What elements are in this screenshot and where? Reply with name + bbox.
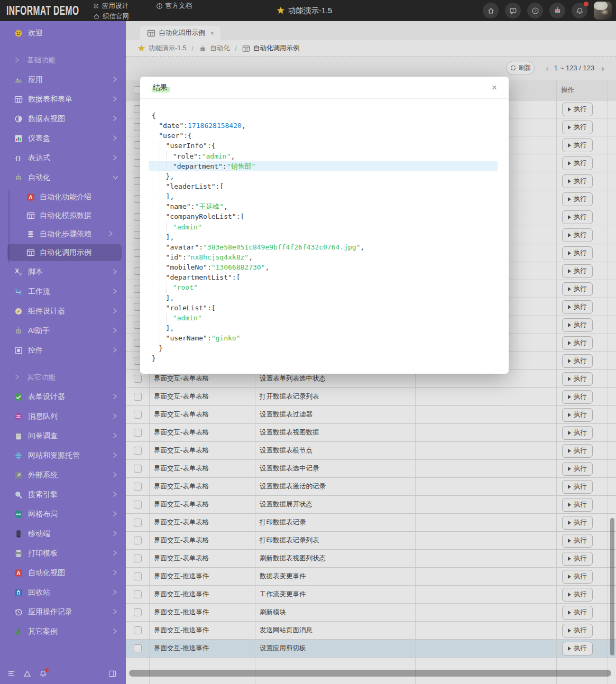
json-line: "role":"admin",: [149, 151, 498, 161]
json-token: {: [152, 112, 156, 119]
json-token: :[: [236, 212, 245, 220]
indent-guide: [159, 293, 166, 303]
json-token: "roleList": [166, 304, 207, 312]
json-line: "date":1718628158420,: [149, 121, 498, 131]
indent-guide: [159, 242, 166, 252]
json-token: :{: [183, 132, 192, 140]
json-token: ,: [249, 253, 253, 261]
indent-guide: [152, 121, 159, 131]
json-token: "root": [173, 283, 198, 291]
indent-guide: [152, 151, 159, 161]
json-token: :{: [207, 142, 216, 150]
json-token: "admin": [173, 314, 202, 322]
json-token: ,: [242, 122, 246, 130]
indent-guide: [152, 201, 159, 211]
json-token: :: [198, 152, 202, 160]
json-token: ,: [231, 152, 235, 160]
json-token: ],: [166, 294, 174, 302]
indent-guide: [152, 303, 159, 313]
indent-guide: [152, 313, 159, 323]
indent-guide: [152, 333, 159, 343]
indent-guide: [166, 222, 173, 232]
json-line: "name":"王延峰",: [149, 201, 498, 211]
json-line: ],: [149, 191, 498, 201]
json-line: "root": [149, 282, 498, 292]
indent-guide: [159, 181, 166, 191]
json-token: "date": [159, 122, 183, 130]
indent-guide: [159, 211, 166, 221]
indent-guide: [159, 252, 166, 262]
indent-guide: [152, 323, 159, 333]
json-token: "name": [166, 202, 191, 210]
json-line: "userName":"ginko": [149, 333, 498, 343]
json-token: "13066882730": [212, 263, 265, 271]
json-token: :: [207, 263, 212, 271]
indent-guide: [152, 131, 159, 141]
json-line: ],: [149, 323, 498, 333]
json-token: ,: [265, 263, 269, 271]
indent-guide: [159, 171, 166, 181]
indent-guide: [159, 232, 166, 242]
json-token: }: [159, 344, 163, 352]
indent-guide: [152, 211, 159, 221]
json-line: "avatar":"383e58e051c849e9bff4f26f432c07…: [149, 242, 498, 252]
json-line: "leaderList":[: [149, 181, 498, 191]
json-token: "departmentList": [166, 273, 232, 281]
result-modal: 结果 × {"date":1718628158420,"user":{"user…: [140, 77, 509, 374]
indent-guide: [159, 191, 166, 201]
app: INFORMAT DEMO 应用设计官方文档织信官网 功能演示-1.5 ?? 欢…: [0, 0, 616, 684]
json-token: "leaderList": [166, 182, 216, 190]
json-token: "department": [173, 162, 223, 170]
json-token: }: [152, 354, 156, 362]
json-token: "销售部": [227, 162, 256, 170]
indent-guide: [166, 282, 173, 292]
json-token: "avatar": [166, 243, 199, 251]
json-token: "id": [166, 253, 182, 261]
indent-guide: [159, 161, 166, 171]
indent-guide: [166, 151, 173, 161]
indent-guide: [159, 201, 166, 211]
indent-guide: [152, 161, 159, 171]
indent-guide: [159, 141, 166, 151]
indent-guide: [159, 313, 166, 323]
indent-guide: [159, 282, 166, 292]
json-line: }: [149, 353, 498, 363]
json-token: "383e58e051c849e9bff4f26f432c0764.jpg": [203, 243, 360, 251]
json-token: "nx8hcjsq4xk8z": [187, 253, 249, 261]
json-line: "user":{: [149, 131, 498, 141]
indent-guide: [159, 323, 166, 333]
modal-header: 结果 ×: [140, 77, 509, 99]
modal-close-icon[interactable]: ×: [492, 82, 497, 93]
indent-guide: [152, 171, 159, 181]
indent-guide: [159, 272, 166, 282]
indent-guide: [159, 151, 166, 161]
indent-guide: [152, 242, 159, 252]
json-token: "role": [173, 152, 198, 160]
indent-guide: [152, 181, 159, 191]
json-token: "admin": [202, 152, 231, 160]
json-viewer: {"date":1718628158420,"user":{"userInfo"…: [140, 99, 509, 364]
json-token: "userInfo": [166, 142, 207, 150]
json-token: :[: [232, 273, 241, 281]
json-token: :: [199, 243, 203, 251]
json-token: "mobileNo": [166, 263, 207, 271]
indent-guide: [152, 272, 159, 282]
json-token: ],: [166, 192, 174, 200]
json-token: ],: [166, 233, 174, 241]
json-token: :: [207, 334, 212, 342]
json-line: "admin": [149, 222, 498, 232]
json-token: :: [223, 162, 227, 170]
json-token: 1718628158420: [188, 122, 242, 130]
indent-guide: [159, 222, 166, 232]
json-token: ,: [360, 243, 364, 251]
json-token: "companyRoleList": [166, 212, 236, 220]
json-line: }: [149, 343, 498, 353]
indent-guide: [152, 343, 159, 353]
json-token: ],: [166, 324, 174, 332]
indent-guide: [166, 161, 173, 171]
json-line: {: [149, 110, 498, 121]
json-line: "id":"nx8hcjsq4xk8z",: [149, 252, 498, 262]
json-line: "mobileNo":"13066882730",: [149, 262, 498, 272]
json-line: "roleList":[: [149, 303, 498, 313]
json-line: ],: [149, 293, 498, 303]
